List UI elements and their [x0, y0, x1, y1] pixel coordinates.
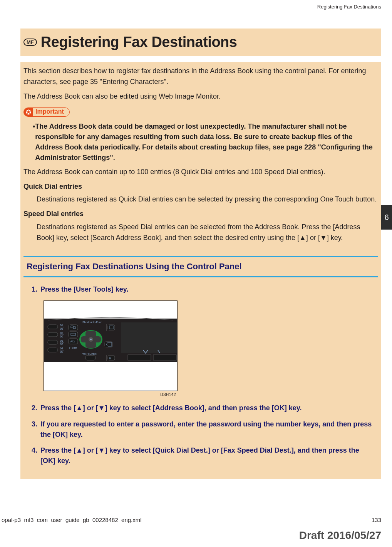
panel-num-02: 02 [60, 332, 63, 334]
svg-rect-13 [69, 332, 78, 337]
panel-num-06: 06 [60, 335, 63, 338]
panel-wifi-label: Wi-Fi Direct [82, 352, 97, 355]
svg-text:⇄/□: ⇄/□ [70, 340, 75, 343]
step-number: 3. [27, 419, 40, 440]
important-callout: Important [23, 107, 70, 117]
draft-stamp: Draft 2016/05/27 [299, 529, 381, 542]
quick-dial-term: Quick Dial entries [23, 181, 378, 192]
important-bullet: • The Address Book data could be damaged… [23, 121, 378, 163]
intro-paragraph-2: The Address Book can also be edited usin… [23, 91, 378, 102]
title-row: MF Registering Fax Destinations [20, 29, 381, 56]
step-text: Press the [User Tools] key. [40, 284, 375, 295]
important-label: Important [33, 107, 69, 117]
svg-rect-26 [85, 356, 95, 360]
svg-rect-18 [108, 325, 115, 330]
star-icon [24, 107, 33, 117]
quick-dial-body: Destinations registered as Quick Dial en… [23, 194, 378, 205]
panel-num-05: 05 [60, 327, 63, 330]
svg-rect-4 [48, 332, 58, 337]
step-text: If you are requested to enter a password… [40, 419, 375, 440]
figure-code: DSH142 [44, 391, 178, 398]
page-number: 133 [372, 517, 381, 523]
title-separator [20, 56, 381, 62]
chapter-tab: 6 [381, 205, 392, 230]
body-text: This section describes how to register f… [20, 62, 381, 466]
capacity-line: The Address Book can contain up to 100 e… [23, 167, 378, 178]
svg-point-24 [90, 339, 92, 340]
section-heading-block: Registering Fax Destinations Using the C… [23, 256, 378, 277]
step-number: 2. [27, 403, 40, 414]
svg-rect-6 [48, 340, 58, 344]
panel-num-01: 01 [60, 324, 63, 327]
control-panel-image: 01 05 02 06 03 07 04 [44, 300, 178, 391]
svg-rect-31 [128, 355, 151, 360]
panel-num-08: 08 [60, 351, 63, 353]
step-number: 4. [27, 445, 40, 466]
page-footer: opal-p3_mf3_com_user_guide_gb_00228482_e… [0, 517, 381, 523]
panel-shortcut-label: Shortcut to Func. [82, 321, 103, 324]
speed-dial-body: Destinations registered as Speed Dial en… [23, 222, 378, 243]
step-number: 1. [27, 284, 40, 295]
step-text: Press the [▲] or [▼] key to select [Addr… [40, 403, 375, 414]
section-heading: Registering Fax Destinations Using the C… [27, 260, 375, 273]
control-panel-figure: 01 05 02 06 03 07 04 [44, 300, 178, 398]
content-frame: MF Registering Fax Destinations This sec… [20, 29, 381, 479]
running-head: Registering Fax Destinations [317, 4, 381, 10]
panel-num-07: 07 [60, 343, 63, 346]
panel-num-03: 03 [60, 339, 63, 342]
intro-paragraph-1: This section describes how to register f… [23, 66, 378, 87]
step-3: 3. If you are requested to enter a passw… [27, 419, 375, 440]
svg-rect-8 [48, 348, 58, 352]
speed-dial-term: Speed Dial entries [23, 209, 378, 220]
svg-rect-32 [153, 355, 176, 360]
page-title: Registering Fax Destinations [41, 34, 237, 50]
svg-text:⎙: ⎙ [109, 356, 111, 360]
svg-rect-2 [48, 325, 58, 329]
step-1: 1. Press the [User Tools] key. [27, 284, 375, 295]
mf-badge: MF [23, 39, 37, 46]
user-tools-cluster-icon [79, 330, 102, 349]
panel-num-04: 04 [60, 347, 63, 350]
step-2: 2. Press the [▲] or [▼] key to select [A… [27, 403, 375, 414]
panel-shift-label: ⇕ Shift [69, 346, 77, 349]
steps-list: 1. Press the [User Tools] key. 01 [23, 284, 378, 466]
svg-rect-30 [121, 322, 177, 353]
footer-file-path: opal-p3_mf3_com_user_guide_gb_00228482_e… [2, 517, 142, 523]
step-4: 4. Press the [▲] or [▼] key to select [Q… [27, 445, 375, 466]
step-text: Press the [▲] or [▼] key to select [Quic… [40, 445, 375, 466]
important-bullet-text: The Address Book data could be damaged o… [35, 121, 378, 163]
